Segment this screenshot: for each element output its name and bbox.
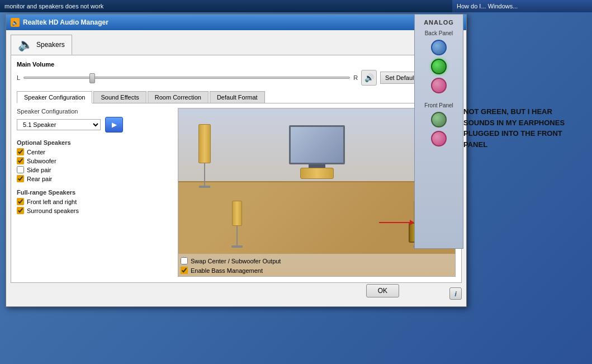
front-lr-checkbox-item[interactable]: Front left and right [17, 198, 173, 205]
swap-center-checkbox[interactable] [181, 257, 188, 264]
right-label: R [353, 74, 358, 81]
enable-bass-label: Enable Bass Management [191, 267, 263, 274]
analog-panel: ANALOG Back Panel Front Panel [414, 14, 463, 249]
ok-button[interactable]: OK [366, 284, 399, 297]
taskbar-left-text: monitor and speakers does not work [4, 3, 103, 10]
tab-speaker-configuration[interactable]: Speaker Configuration [17, 91, 92, 103]
front-lr-checkbox[interactable] [17, 198, 24, 205]
rear-pair-checkbox[interactable] [17, 175, 24, 182]
rear-left-base [231, 245, 243, 248]
center-speaker-body [300, 168, 334, 179]
info-button[interactable]: i [449, 287, 462, 300]
arrow-head [410, 220, 414, 225]
rear-pair-label: Rear pair [27, 176, 52, 182]
subwoofer-label: Subwoofer [27, 158, 56, 164]
speakers-icon: 🔈 [18, 37, 33, 52]
side-pair-checkbox-item[interactable]: Side pair [17, 166, 173, 173]
speaker-config-select[interactable]: 5.1 Speaker [17, 119, 101, 130]
rear-pair-checkbox-item[interactable]: Rear pair [17, 175, 173, 182]
speakers-tab-label: Speakers [36, 41, 65, 49]
tab-sound-effects[interactable]: Sound Effects [93, 91, 146, 103]
window-title: Realtek HD Audio Manager [23, 18, 108, 26]
speakers-tab[interactable]: 🔈 Speakers [11, 35, 72, 55]
inner-tabs: Speaker Configuration Sound Effects Room… [17, 91, 456, 103]
center-checkbox[interactable] [17, 148, 24, 155]
play-button[interactable]: ▶ [105, 117, 123, 133]
center-speaker[interactable] [300, 168, 334, 179]
tv-screen [291, 127, 343, 163]
optional-speakers-label: Optional Speakers [17, 139, 173, 146]
tv-monitor [289, 125, 345, 164]
rear-left-speaker-body [232, 201, 242, 226]
set-default-label: Set Default [385, 74, 415, 81]
content-area: Main Volume L R 🔊 Set Default Device ▼ [11, 55, 462, 283]
tab-default-format[interactable]: Default Format [210, 91, 265, 103]
jack-pink-front[interactable] [431, 131, 447, 146]
jack-blue[interactable] [431, 40, 447, 55]
front-lr-label: Front left and right [27, 198, 77, 205]
volume-slider[interactable] [23, 72, 350, 83]
jack-green-front[interactable] [431, 112, 447, 127]
note-text: NOT GREEN, BUT I HEAR SOUNDS IN MY EARPH… [463, 106, 581, 150]
arrow-line [379, 222, 410, 223]
front-left-speaker-body [198, 124, 211, 163]
analog-title: ANALOG [424, 19, 454, 26]
window-content: 🔈 Speakers Main Volume L R 🔊 [6, 30, 466, 306]
arrow-indicator [379, 220, 414, 225]
subwoofer-checkbox-item[interactable]: Subwoofer [17, 157, 173, 164]
volume-row: L R 🔊 Set Default Device ▼ [17, 70, 456, 86]
jack-green-back[interactable] [431, 59, 447, 74]
front-panel-label: Front Panel [424, 102, 453, 108]
rear-left-stand [236, 226, 238, 245]
side-pair-label: Side pair [27, 167, 51, 173]
rear-left-speaker[interactable] [231, 201, 243, 248]
front-left-speaker[interactable] [198, 124, 211, 188]
tab-room-correction[interactable]: Room Correction [148, 91, 209, 103]
volume-section: Main Volume L R 🔊 Set Default Device ▼ [17, 61, 456, 86]
title-bar: 🔊 Realtek HD Audio Manager ─ □ ✕ [6, 15, 466, 30]
surround-label: Surround speakers [27, 207, 79, 214]
bottom-buttons: i OK [11, 283, 462, 302]
taskbar-right-text: How do I... Windows... [457, 3, 518, 10]
full-range-section: Full-range Speakers Front left and right… [17, 189, 173, 214]
viz-stage [178, 108, 455, 254]
center-checkbox-item[interactable]: Center [17, 148, 173, 155]
center-label: Center [27, 149, 45, 155]
speaker-mute-button[interactable]: 🔊 [361, 70, 377, 86]
side-pair-checkbox[interactable] [17, 166, 24, 173]
taskbar-right: How do I... Windows... [452, 0, 592, 12]
title-bar-left: 🔊 Realtek HD Audio Manager [11, 18, 108, 27]
enable-bass-row: Enable Bass Management [181, 267, 453, 274]
slider-thumb[interactable] [89, 73, 95, 83]
optional-speakers-section: Optional Speakers Center Subwoofer Side … [17, 139, 173, 182]
jack-pink-back[interactable] [431, 78, 447, 93]
enable-bass-checkbox[interactable] [181, 267, 188, 274]
slider-track [23, 77, 350, 79]
config-select-row: 5.1 Speaker ▶ [17, 117, 173, 133]
main-panel: Speaker Configuration 5.1 Speaker ▶ Opti… [17, 108, 456, 277]
swap-center-row: Swap Center / Subwoofer Output [181, 257, 453, 264]
back-panel-label: Back Panel [425, 30, 453, 36]
left-label: L [17, 74, 20, 81]
main-window: 🔊 Realtek HD Audio Manager ─ □ ✕ 🔈 Speak… [6, 14, 467, 307]
front-left-base [199, 186, 210, 188]
surround-checkbox-item[interactable]: Surround speakers [17, 207, 173, 214]
volume-label: Main Volume [17, 61, 456, 68]
bottom-options: Swap Center / Subwoofer Output Enable Ba… [178, 254, 455, 274]
left-panel: Speaker Configuration 5.1 Speaker ▶ Opti… [17, 108, 173, 277]
subwoofer-checkbox[interactable] [17, 157, 24, 164]
speakers-tab-bar: 🔈 Speakers [11, 35, 462, 55]
speaker-config-label: Speaker Configuration [17, 108, 173, 115]
front-left-stand [204, 163, 205, 186]
surround-checkbox[interactable] [17, 207, 24, 214]
app-icon: 🔊 [11, 18, 20, 27]
full-range-label: Full-range Speakers [17, 189, 173, 196]
swap-center-label: Swap Center / Subwoofer Output [191, 258, 281, 264]
